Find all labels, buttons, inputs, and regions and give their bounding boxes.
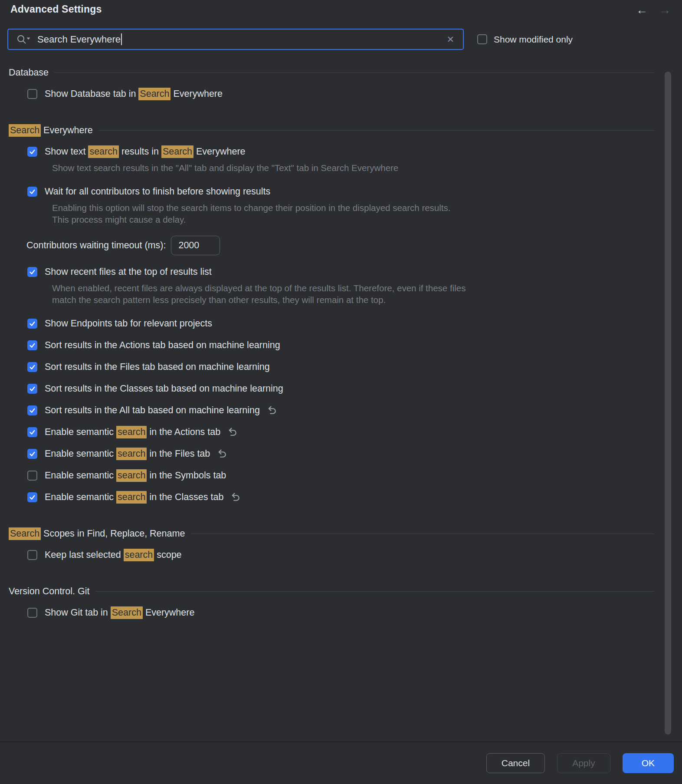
setting-label[interactable]: Keep last selected search scope — [45, 550, 182, 560]
setting-row: Sort results in the Files tab based on m… — [8, 359, 665, 375]
setting-label[interactable]: Enable semantic search in the Classes ta… — [45, 492, 223, 503]
checkbox-checked[interactable] — [27, 427, 37, 437]
checkbox-checked[interactable] — [27, 187, 37, 197]
checkbox-checked[interactable] — [27, 340, 37, 350]
label-text: Enable semantic — [45, 427, 116, 437]
label-text: Everywhere — [170, 89, 223, 99]
label-text: Everywhere — [193, 146, 246, 157]
show-modified-only-checkbox[interactable] — [477, 34, 487, 44]
vertical-scrollbar[interactable] — [665, 72, 671, 735]
ok-button[interactable]: OK — [623, 753, 674, 773]
label-text: Enable semantic — [45, 492, 116, 502]
section-header: Version Control. Git — [8, 584, 665, 598]
label-text: Wait for all contributors to finish befo… — [45, 186, 270, 197]
setting-row: Show Endpoints tab for relevant projects — [8, 316, 665, 331]
advanced-settings-dialog: Advanced Settings ← → Search Everywhere … — [0, 0, 682, 784]
setting-label[interactable]: Show Database tab in Search Everywhere — [45, 89, 223, 99]
label-text: scope — [154, 550, 181, 560]
clear-search-icon[interactable]: ✕ — [445, 33, 456, 46]
label-text: in the Actions tab — [147, 427, 220, 437]
setting-description: Enabling this option will stop the searc… — [8, 202, 468, 225]
setting-description: Show text search results in the "All" ta… — [8, 162, 468, 174]
section-header: Database — [8, 66, 665, 79]
undo-icon[interactable] — [266, 405, 277, 416]
setting-label[interactable]: Show Endpoints tab for relevant projects — [45, 318, 212, 329]
checkbox-checked[interactable] — [27, 449, 37, 459]
checkbox-checked[interactable] — [27, 319, 37, 329]
page-title: Advanced Settings — [10, 3, 102, 15]
search-match-highlight: search — [116, 469, 147, 482]
back-arrow-icon[interactable]: ← — [636, 4, 648, 16]
label-text: Keep last selected — [45, 550, 124, 560]
setting-label[interactable]: Sort results in the All tab based on mac… — [45, 405, 260, 416]
settings-section: DatabaseShow Database tab in Search Ever… — [8, 66, 665, 102]
settings-list: DatabaseShow Database tab in Search Ever… — [0, 50, 682, 741]
section-header: Search Everywhere — [8, 123, 665, 137]
setting-row: Sort results in the Actions tab based on… — [8, 338, 665, 353]
show-modified-only-label[interactable]: Show modified only — [494, 34, 573, 45]
undo-icon[interactable] — [227, 427, 238, 438]
search-match-highlight: search — [116, 426, 147, 438]
search-query-text[interactable]: Search Everywhere — [37, 34, 121, 45]
label-text: Scopes in Find, Replace, Rename — [41, 528, 185, 539]
setting-label[interactable]: Show recent files at the top of results … — [45, 267, 212, 277]
setting-row: Show text search results in Search Every… — [8, 144, 665, 159]
setting-row: Show recent files at the top of results … — [8, 264, 665, 280]
search-icon[interactable] — [16, 34, 31, 45]
section-title: Search Scopes in Find, Replace, Rename — [9, 528, 185, 539]
setting-label[interactable]: Enable semantic search in the Files tab — [45, 448, 210, 459]
search-match-highlight: search — [124, 549, 154, 561]
search-input[interactable]: Search Everywhere ✕ — [7, 29, 464, 50]
section-divider — [55, 72, 654, 73]
label-text: Show Database tab in — [45, 89, 138, 99]
label-text: Sort results in the Actions tab based on… — [45, 340, 280, 350]
text-caret — [121, 33, 122, 45]
label-text: Database — [9, 67, 49, 78]
checkbox-checked[interactable] — [27, 267, 37, 277]
setting-label[interactable]: Show text search results in Search Every… — [45, 146, 246, 157]
section-divider — [99, 130, 654, 131]
search-match-highlight: Search — [161, 145, 193, 158]
undo-icon[interactable] — [230, 492, 241, 503]
checkbox-unchecked[interactable] — [27, 608, 37, 618]
setting-label[interactable]: Sort results in the Files tab based on m… — [45, 362, 270, 372]
setting-label[interactable]: Enable semantic search in the Symbols ta… — [45, 470, 226, 481]
cancel-button[interactable]: Cancel — [486, 753, 545, 773]
setting-row: Enable semantic search in the Actions ta… — [8, 425, 665, 440]
search-match-highlight: search — [88, 145, 119, 158]
checkbox-unchecked[interactable] — [27, 471, 37, 481]
checkbox-unchecked[interactable] — [27, 89, 37, 99]
timeout-field-row: Contributors waiting timeout (ms): — [8, 236, 665, 255]
section-title: Version Control. Git — [9, 586, 89, 597]
label-text: Show Endpoints tab for relevant projects — [45, 318, 212, 329]
checkbox-checked[interactable] — [27, 405, 37, 415]
label-text: Everywhere — [143, 607, 195, 618]
label-text: Show text — [45, 146, 88, 157]
undo-icon[interactable] — [216, 448, 227, 459]
search-match-highlight: search — [116, 448, 147, 460]
setting-description-text: Enabling this option will stop the searc… — [52, 202, 466, 225]
checkbox-unchecked[interactable] — [27, 550, 37, 560]
section-title: Search Everywhere — [9, 125, 93, 136]
label-text: Sort results in the All tab based on mac… — [45, 405, 260, 415]
checkbox-checked[interactable] — [27, 384, 37, 394]
setting-row: Enable semantic search in the Symbols ta… — [8, 468, 665, 483]
setting-label[interactable]: Sort results in the Classes tab based on… — [45, 383, 283, 394]
label-text: Sort results in the Files tab based on m… — [45, 362, 270, 372]
setting-label[interactable]: Enable semantic search in the Actions ta… — [45, 427, 220, 438]
setting-label[interactable]: Show Git tab in Search Everywhere — [45, 607, 194, 618]
timeout-input[interactable] — [171, 236, 220, 255]
titlebar: Advanced Settings ← → — [0, 0, 682, 20]
label-text: Version Control. Git — [9, 586, 89, 596]
setting-row: Sort results in the Classes tab based on… — [8, 381, 665, 396]
setting-label[interactable]: Sort results in the Actions tab based on… — [45, 340, 280, 351]
checkbox-checked[interactable] — [27, 147, 37, 157]
label-text: results in — [119, 146, 161, 157]
checkbox-checked[interactable] — [27, 492, 37, 502]
checkbox-checked[interactable] — [27, 362, 37, 372]
section-header: Search Scopes in Find, Replace, Rename — [8, 527, 665, 540]
setting-row: Enable semantic search in the Files tab — [8, 446, 665, 461]
show-modified-only-control[interactable]: Show modified only — [477, 34, 573, 45]
setting-label[interactable]: Wait for all contributors to finish befo… — [45, 186, 270, 197]
setting-row: Keep last selected search scope — [8, 547, 665, 563]
